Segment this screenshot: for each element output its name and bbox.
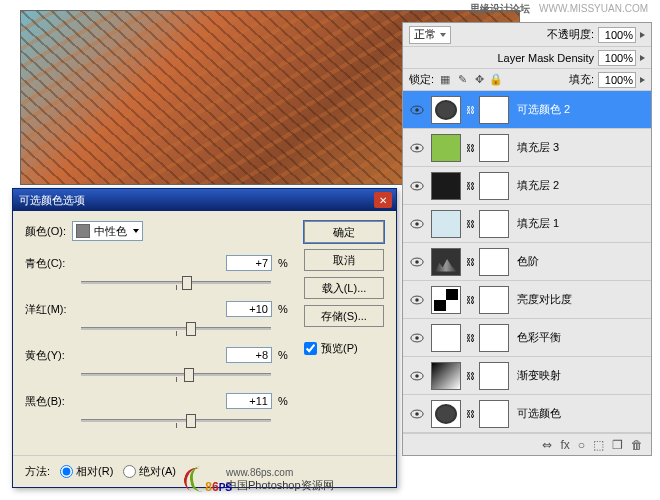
opacity-input[interactable]: 100%: [598, 27, 636, 43]
layer-item[interactable]: ⛓ 可选颜色: [403, 395, 651, 433]
svg-point-1: [415, 108, 419, 112]
adjustment-thumb: [431, 362, 461, 390]
load-button[interactable]: 载入(L)...: [304, 277, 384, 299]
cyan-input[interactable]: [226, 255, 272, 271]
adjustment-thumb: [431, 324, 461, 352]
method-label: 方法:: [25, 464, 50, 479]
layer-name: 填充层 2: [513, 178, 559, 193]
close-icon[interactable]: ✕: [374, 192, 392, 208]
mask-thumb: [479, 400, 509, 428]
layer-item[interactable]: ⛓ 填充层 2: [403, 167, 651, 205]
visibility-icon[interactable]: [407, 404, 427, 424]
percent-label: %: [278, 303, 294, 315]
fx-icon[interactable]: fx: [560, 438, 569, 452]
layers-panel: 正常 不透明度: 100% Layer Mask Density 100% 锁定…: [402, 22, 652, 456]
dialog-titlebar[interactable]: 可选颜色选项 ✕: [13, 189, 396, 211]
play-icon[interactable]: [640, 77, 645, 83]
mask-density-label: Layer Mask Density: [497, 52, 594, 64]
watermark-text: 思缘设计论坛: [470, 3, 530, 14]
layer-item[interactable]: ⛓ 填充层 1: [403, 205, 651, 243]
color-value: 中性色: [94, 224, 127, 239]
preview-checkbox[interactable]: [304, 342, 317, 355]
layers-footer: ⇔ fx ○ ⬚ ❐ 🗑: [403, 433, 651, 455]
svg-point-13: [415, 336, 419, 340]
layer-item[interactable]: ⛓ 可选颜色 2: [403, 91, 651, 129]
play-icon[interactable]: [640, 32, 645, 38]
svg-point-11: [415, 298, 419, 302]
svg-point-7: [415, 222, 419, 226]
cyan-slider[interactable]: [81, 275, 271, 293]
fill-input[interactable]: 100%: [598, 72, 636, 88]
adjustment-thumb: [431, 96, 461, 124]
cancel-button[interactable]: 取消: [304, 249, 384, 271]
mask-thumb: [479, 172, 509, 200]
layer-item[interactable]: ⛓ 色阶: [403, 243, 651, 281]
percent-label: %: [278, 349, 294, 361]
lock-all-icon[interactable]: 🔒: [489, 73, 503, 87]
selective-color-dialog: 可选颜色选项 ✕ 颜色(O): 中性色 青色(C): % 洋红(M):: [12, 188, 397, 488]
mask-thumb: [479, 134, 509, 162]
layer-name: 色阶: [513, 254, 539, 269]
lock-paint-icon[interactable]: ✎: [455, 73, 469, 87]
black-slider[interactable]: [81, 413, 271, 431]
black-input[interactable]: [226, 393, 272, 409]
mask-thumb: [479, 210, 509, 238]
mask-thumb: [479, 362, 509, 390]
color-label: 颜色(O):: [25, 224, 66, 239]
new-layer-icon[interactable]: ❐: [612, 438, 623, 452]
layer-name: 渐变映射: [513, 368, 561, 383]
layer-name: 填充层 3: [513, 140, 559, 155]
save-button[interactable]: 存储(S)...: [304, 305, 384, 327]
link-layers-icon[interactable]: ⇔: [542, 438, 552, 452]
trash-icon[interactable]: 🗑: [631, 438, 643, 452]
brand-tagline: 中国Photoshop资源网: [226, 478, 334, 493]
visibility-icon[interactable]: [407, 138, 427, 158]
link-icon: ⛓: [465, 105, 475, 115]
layer-item[interactable]: ⛓ 渐变映射: [403, 357, 651, 395]
visibility-icon[interactable]: [407, 100, 427, 120]
svg-point-9: [415, 260, 419, 264]
mask-thumb: [479, 248, 509, 276]
yellow-slider[interactable]: [81, 367, 271, 385]
mask-thumb: [479, 324, 509, 352]
mask-thumb: [479, 96, 509, 124]
adjustment-icon[interactable]: ⬚: [593, 438, 604, 452]
yellow-input[interactable]: [226, 347, 272, 363]
visibility-icon[interactable]: [407, 328, 427, 348]
layer-item[interactable]: ⛓ 填充层 3: [403, 129, 651, 167]
magenta-slider[interactable]: [81, 321, 271, 339]
opacity-label: 不透明度:: [547, 27, 594, 42]
layer-name: 色彩平衡: [513, 330, 561, 345]
mask-density-input[interactable]: 100%: [598, 50, 636, 66]
percent-label: %: [278, 395, 294, 407]
relative-radio[interactable]: 相对(R): [60, 464, 113, 479]
layer-item[interactable]: ⛓ 色彩平衡: [403, 319, 651, 357]
watermark-url: WWW.MISSYUAN.COM: [539, 3, 648, 14]
mask-icon[interactable]: ○: [578, 438, 585, 452]
lock-position-icon[interactable]: ✥: [472, 73, 486, 87]
visibility-icon[interactable]: [407, 214, 427, 234]
visibility-icon[interactable]: [407, 366, 427, 386]
adjustment-thumb: [431, 210, 461, 238]
preview-label: 预览(P): [321, 341, 358, 356]
color-dropdown[interactable]: 中性色: [72, 221, 143, 241]
layer-name: 可选颜色: [513, 406, 561, 421]
visibility-icon[interactable]: [407, 290, 427, 310]
ok-button[interactable]: 确定: [304, 221, 384, 243]
layer-item[interactable]: ⛓ 亮度对比度: [403, 281, 651, 319]
footer-brand: 86PS www.86ps.com 中国Photoshop资源网: [180, 464, 334, 496]
blend-mode-dropdown[interactable]: 正常: [409, 26, 451, 44]
yellow-label: 黄色(Y):: [25, 348, 81, 363]
visibility-icon[interactable]: [407, 252, 427, 272]
play-icon[interactable]: [640, 55, 645, 61]
magenta-label: 洋红(M):: [25, 302, 81, 317]
adjustment-thumb: [431, 400, 461, 428]
adjustment-thumb: [431, 134, 461, 162]
visibility-icon[interactable]: [407, 176, 427, 196]
adjustment-thumb: [431, 248, 461, 276]
mask-thumb: [479, 286, 509, 314]
absolute-radio[interactable]: 绝对(A): [123, 464, 176, 479]
fill-label: 填充:: [569, 72, 594, 87]
magenta-input[interactable]: [226, 301, 272, 317]
lock-transparency-icon[interactable]: ▦: [438, 73, 452, 87]
